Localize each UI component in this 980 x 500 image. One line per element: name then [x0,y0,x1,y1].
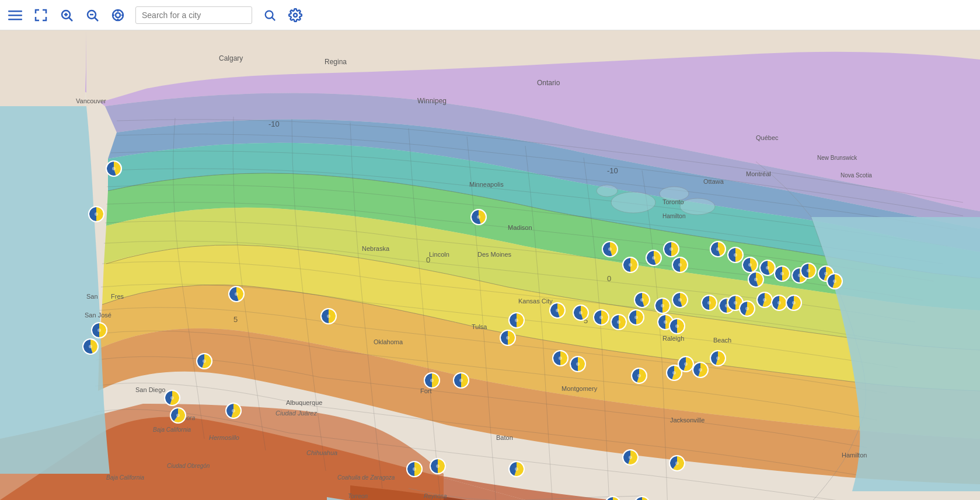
svg-text:Jacksonville: Jacksonville [670,417,705,424]
svg-text:San Diego: San Diego [135,386,165,393]
svg-text:Ciudad Juárez: Ciudad Juárez [275,410,317,417]
svg-text:Hermosillo: Hermosillo [209,434,239,441]
svg-text:Lincoln: Lincoln [429,251,449,258]
search-icon[interactable] [261,7,278,23]
svg-rect-2 [8,19,22,20]
svg-point-30 [597,185,618,197]
svg-text:Regina: Regina [325,58,347,66]
svg-point-18 [294,13,297,17]
svg-rect-0 [8,11,22,12]
svg-line-17 [272,17,275,20]
svg-text:Québec: Québec [756,134,779,141]
locate-icon[interactable] [110,7,126,23]
svg-line-4 [69,18,72,21]
zoom-out-icon[interactable] [84,7,100,23]
svg-text:Nebraska: Nebraska [362,245,390,252]
svg-text:Oklahoma: Oklahoma [374,338,403,345]
svg-text:-10: -10 [268,120,280,128]
svg-text:Baja California: Baja California [106,474,144,481]
svg-text:Kansas City: Kansas City [518,298,553,305]
svg-rect-1 [8,15,22,16]
svg-point-10 [116,13,120,18]
svg-text:Montgomery: Montgomery [562,385,598,392]
svg-text:Des Moines: Des Moines [477,251,512,258]
svg-text:Nova Scotia: Nova Scotia [841,172,872,179]
svg-text:Winnipeg: Winnipeg [417,97,447,105]
svg-text:San: San [86,293,98,300]
svg-text:Tulsa: Tulsa [472,323,487,330]
svg-text:-10: -10 [607,166,618,175]
svg-text:Toronto: Toronto [662,198,684,205]
svg-text:Vancouver: Vancouver [76,97,106,104]
svg-text:Fort: Fort [420,387,432,394]
svg-text:5: 5 [233,315,238,324]
map-container[interactable]: -10 -10 0 0 5 5 Calgary Regina Ont [0,30,980,500]
svg-text:Torreon: Torreon [348,493,368,499]
svg-text:Chihuahua: Chihuahua [306,449,337,456]
svg-text:Beach: Beach [713,337,731,344]
svg-text:Raleigh: Raleigh [662,335,684,342]
svg-text:Hamilton: Hamilton [662,213,685,219]
svg-text:Sonora: Sonora [176,415,196,421]
toolbar [0,0,980,30]
svg-text:Baton: Baton [496,434,513,441]
search-input[interactable] [135,6,252,24]
svg-text:Hamilton: Hamilton [842,452,867,459]
settings-icon[interactable] [287,7,304,23]
svg-text:Baja California: Baja California [153,426,191,433]
svg-text:Ciudad Obregón: Ciudad Obregón [167,463,210,469]
svg-text:Montréal: Montréal [746,170,771,177]
svg-line-8 [95,18,98,21]
svg-text:Calgary: Calgary [219,54,243,62]
svg-text:New Brunswick: New Brunswick [817,155,857,161]
zoom-in-icon[interactable] [58,7,75,23]
svg-text:Minneapolis: Minneapolis [469,181,504,188]
svg-point-16 [266,11,273,18]
svg-text:Coahuila de Zaragoza: Coahuila de Zaragoza [337,474,395,481]
menu-icon[interactable] [7,7,23,23]
svg-text:Ottawa: Ottawa [703,178,724,185]
svg-text:0: 0 [607,274,611,283]
svg-text:Albuquerque: Albuquerque [286,399,322,406]
fullscreen-icon[interactable] [33,7,49,23]
svg-text:Madison: Madison [508,224,532,231]
svg-text:San José: San José [85,312,111,319]
svg-text:Ontario: Ontario [537,79,560,87]
svg-text:Reynosa: Reynosa [424,493,447,499]
svg-text:5: 5 [584,316,588,325]
svg-text:Fres: Fres [111,293,124,300]
svg-point-29 [680,198,715,215]
svg-point-27 [611,192,655,213]
